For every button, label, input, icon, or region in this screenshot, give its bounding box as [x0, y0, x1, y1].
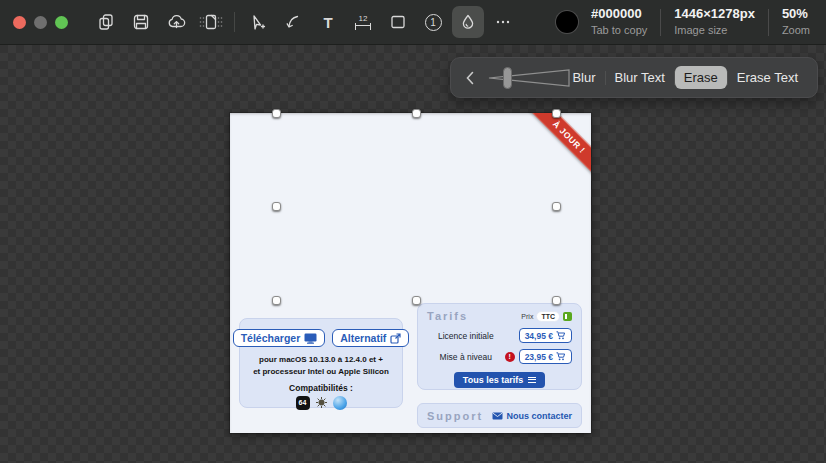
text-tool-icon: T	[323, 14, 332, 31]
price-row-initial-license: Licence initiale 34,95 €	[427, 328, 572, 343]
download-button[interactable]: Télécharger	[233, 329, 326, 347]
save-button[interactable]	[125, 6, 157, 38]
counter-tool-button[interactable]: 1	[417, 6, 449, 38]
pricing-title: Tarifs	[427, 310, 468, 322]
image-info-bar: #000000 Tab to copy 1446×1278px Image si…	[556, 6, 810, 37]
apple-silicon-icon	[333, 396, 347, 410]
text-tool-button[interactable]: T	[312, 6, 344, 38]
cloud-upload-icon	[167, 13, 186, 31]
close-window-button[interactable]	[13, 16, 26, 29]
counter-icon: 1	[425, 14, 442, 31]
system-requirements: pour macOS 10.13.0 à 12.4.0 et + et proc…	[240, 354, 402, 379]
file-actions-group	[90, 6, 227, 38]
screenshot-document[interactable]: À JOUR ! Télécharger Alternatif	[230, 113, 591, 433]
buy-upgrade-button[interactable]: 23,95 €	[519, 349, 572, 364]
blur-mode-segmented-control: Blur Blur Text Erase Erase Text	[563, 66, 807, 89]
cart-icon	[556, 331, 566, 340]
collapse-toolbar-button[interactable]	[465, 70, 475, 86]
image-size-caption: Image size	[674, 23, 755, 37]
export-button[interactable]	[195, 6, 227, 38]
price-row-upgrade: Mise à niveau ! 23,95 €	[427, 349, 572, 364]
alternative-download-button[interactable]: Alternatif	[332, 329, 409, 347]
menu-icon	[528, 377, 536, 383]
brush-size-slider[interactable]	[487, 66, 549, 90]
select-tool-button[interactable]	[242, 6, 274, 38]
selection-handle-bottom-center[interactable]	[412, 296, 421, 305]
up-to-date-ribbon: À JOUR !	[527, 113, 591, 177]
all-prices-button[interactable]: Tous les tarifs	[454, 372, 545, 388]
blur-options-toolbar: Blur Blur Text Erase Erase Text	[450, 57, 818, 98]
color-swatch[interactable]	[556, 11, 578, 33]
compatibility-icons: 64	[240, 396, 402, 410]
contact-link[interactable]: Nous contacter	[492, 411, 572, 421]
tax-toggle-icon[interactable]	[563, 312, 572, 321]
zoom-caption: Zoom	[782, 23, 810, 37]
minimize-window-button[interactable]	[34, 16, 47, 29]
zoom-window-button[interactable]	[55, 16, 68, 29]
color-value: #000000	[591, 6, 647, 23]
image-size-value: 1446×1278px	[674, 6, 755, 23]
blur-tool-button[interactable]	[452, 6, 484, 38]
segment-erase-text[interactable]: Erase Text	[728, 66, 807, 89]
selection-handle-middle-left[interactable]	[272, 202, 281, 211]
processor-icon	[315, 396, 328, 409]
toolbar-divider	[234, 12, 235, 32]
brush-size-track	[487, 66, 573, 90]
dimension-tool-button[interactable]: 12	[347, 6, 379, 38]
dimension-icon: 12	[355, 15, 371, 30]
selection-handle-bottom-right[interactable]	[552, 296, 561, 305]
64bit-badge-icon: 64	[296, 396, 310, 410]
cart-icon	[556, 352, 566, 361]
monitor-icon	[304, 333, 317, 344]
support-panel: Support Nous contacter	[417, 403, 582, 428]
draw-tool-button[interactable]	[277, 6, 309, 38]
support-title: Support	[427, 410, 483, 422]
droplet-icon	[459, 13, 477, 31]
info-divider	[768, 9, 769, 36]
external-link-icon	[390, 333, 401, 344]
drag-export-icon	[198, 13, 224, 31]
color-caption: Tab to copy	[591, 23, 647, 37]
window-controls	[13, 16, 68, 29]
segment-blur-text[interactable]: Blur Text	[606, 66, 674, 89]
selection-handle-top-right[interactable]	[552, 109, 561, 118]
app-toolbar: T 12 1	[0, 0, 826, 45]
price-tax-info: Prix TTC	[521, 311, 572, 322]
ttc-badge[interactable]: TTC	[536, 311, 560, 322]
editor-canvas[interactable]: Blur Blur Text Erase Erase Text À JOUR !…	[0, 45, 826, 463]
shape-tool-button[interactable]	[382, 6, 414, 38]
save-icon	[132, 13, 150, 31]
cursor-icon	[249, 13, 267, 31]
more-tools-button[interactable]	[487, 6, 519, 38]
upgrade-alert-icon[interactable]: !	[505, 352, 515, 362]
color-info: #000000 Tab to copy	[591, 6, 647, 37]
envelope-icon	[492, 412, 503, 420]
selection-handle-top-left[interactable]	[272, 109, 281, 118]
draw-icon	[284, 13, 302, 31]
rectangle-icon	[389, 13, 407, 31]
image-size-info: 1446×1278px Image size	[674, 6, 755, 37]
info-divider	[660, 9, 661, 36]
copy-button[interactable]	[90, 6, 122, 38]
ribbon-corner: À JOUR !	[527, 113, 591, 177]
segment-erase[interactable]: Erase	[675, 66, 727, 89]
download-panel: Télécharger Alternatif pour macO	[239, 318, 403, 408]
selection-handle-middle-right[interactable]	[552, 202, 561, 211]
upload-button[interactable]	[160, 6, 192, 38]
selection-handle-bottom-left[interactable]	[272, 296, 281, 305]
zoom-info: 50% Zoom	[782, 6, 810, 37]
zoom-value: 50%	[782, 6, 810, 23]
pricing-panel: Tarifs Prix TTC Licence initiale 34,95 €	[417, 303, 582, 390]
brush-size-handle[interactable]	[503, 67, 512, 89]
compatibility-label: Compatibilités :	[240, 383, 402, 393]
copy-icon	[97, 13, 115, 31]
annotate-tools-group: T 12 1	[242, 6, 519, 38]
chevron-left-icon	[465, 70, 475, 86]
ellipsis-icon	[494, 13, 512, 31]
buy-initial-license-button[interactable]: 34,95 €	[519, 328, 572, 343]
selection-handle-top-center[interactable]	[412, 109, 421, 118]
